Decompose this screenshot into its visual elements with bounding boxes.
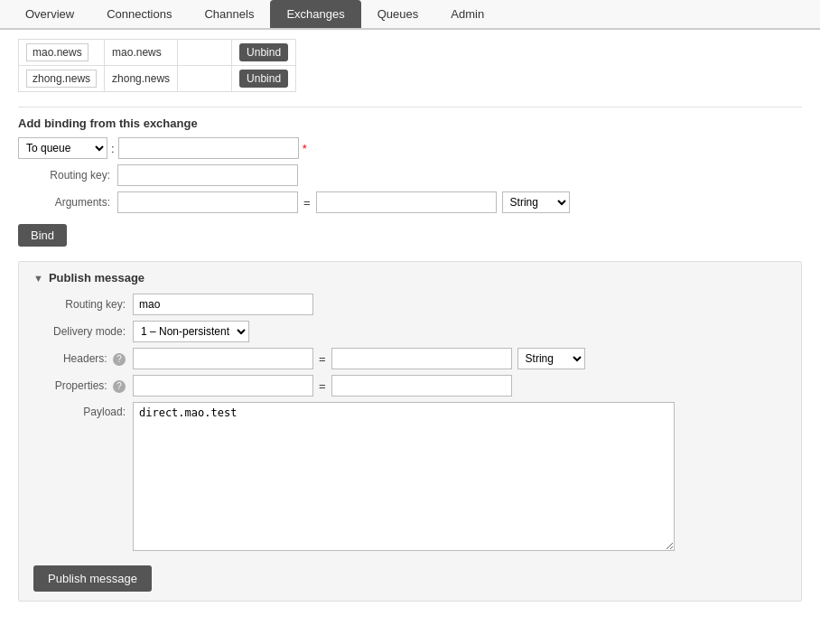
bind-button[interactable]: Bind <box>18 224 67 247</box>
headers-label: Headers: ? <box>33 352 133 366</box>
to-queue-select[interactable]: To queue To exchange <box>19 138 107 158</box>
properties-label: Properties: ? <box>33 379 133 393</box>
queue-cell-1: mao.news <box>19 40 105 66</box>
nav-item-connections[interactable]: Connections <box>90 0 188 28</box>
nav-item-exchanges[interactable]: Exchanges <box>270 0 360 28</box>
main-content: mao.news mao.news Unbind zhong.news zhon… <box>0 30 820 611</box>
arguments-equals: = <box>303 196 311 210</box>
required-indicator: * <box>303 142 307 155</box>
unbind-button-1[interactable]: Unbind <box>239 43 288 61</box>
nav-item-queues[interactable]: Queues <box>361 0 435 28</box>
publish-header: ▼ Publish message <box>33 271 787 285</box>
bindings-table: mao.news mao.news Unbind zhong.news zhon… <box>18 39 296 92</box>
headers-equals: = <box>319 352 326 366</box>
properties-row: Properties: ? = <box>33 375 787 397</box>
arguments-row: Arguments: = String Integer Boolean <box>18 191 802 213</box>
publish-message-button[interactable]: Publish message <box>33 565 152 592</box>
payload-label: Payload: <box>33 402 133 418</box>
delivery-mode-row: Delivery mode: 1 – Non-persistent 2 – Pe… <box>33 321 787 342</box>
payload-row: Payload: direct.mao.test <box>33 402 787 551</box>
delivery-mode-select[interactable]: 1 – Non-persistent 2 – Persistent <box>133 321 249 342</box>
headers-key-input[interactable] <box>133 348 313 369</box>
arguments-key-input[interactable] <box>117 191 298 213</box>
properties-equals: = <box>319 379 326 393</box>
routing-key-label: Routing key: <box>18 169 117 182</box>
unbind-button-2[interactable]: Unbind <box>239 70 288 88</box>
publish-routing-key-input[interactable] <box>133 294 313 315</box>
headers-type-select[interactable]: String Integer Boolean <box>517 348 585 369</box>
add-binding-title: Add binding from this exchange <box>18 107 802 130</box>
routing-key-cell-1 <box>178 40 232 66</box>
unbind-cell-2: Unbind <box>232 66 296 92</box>
properties-help-icon[interactable]: ? <box>113 380 126 393</box>
publish-routing-key-label: Routing key: <box>33 298 133 311</box>
table-row: zhong.news zhong.news Unbind <box>19 66 296 92</box>
routing-key-cell-2 <box>178 66 232 92</box>
routing-key-row: Routing key: <box>18 164 802 186</box>
publish-routing-key-row: Routing key: <box>33 294 787 315</box>
arguments-type-select[interactable]: String Integer Boolean <box>502 191 570 213</box>
routing-key-input[interactable] <box>117 164 298 186</box>
arguments-value-input[interactable] <box>316 191 497 213</box>
unbind-cell-1: Unbind <box>232 40 296 66</box>
add-binding-section: Add binding from this exchange To queue … <box>18 107 802 247</box>
destination-cell-1: mao.news <box>105 40 178 66</box>
queue-name-input[interactable] <box>118 137 299 159</box>
queue-cell-2: zhong.news <box>19 66 105 92</box>
nav-item-overview[interactable]: Overview <box>9 0 90 28</box>
to-queue-select-wrapper: To queue To exchange <box>18 137 107 159</box>
properties-key-input[interactable] <box>133 375 313 397</box>
to-queue-row: To queue To exchange : * <box>18 137 802 159</box>
colon-separator: : <box>111 142 115 155</box>
arguments-label: Arguments: <box>18 196 117 209</box>
payload-textarea[interactable]: direct.mao.test <box>133 402 675 551</box>
headers-row: Headers: ? = String Integer Boolean <box>33 348 787 369</box>
delivery-mode-label: Delivery mode: <box>33 325 133 338</box>
table-row: mao.news mao.news Unbind <box>19 40 296 66</box>
publish-title: Publish message <box>49 271 144 285</box>
headers-help-icon[interactable]: ? <box>113 353 126 366</box>
nav-item-channels[interactable]: Channels <box>188 0 270 28</box>
publish-message-section: ▼ Publish message Routing key: Delivery … <box>18 261 802 602</box>
collapse-icon[interactable]: ▼ <box>33 273 43 284</box>
headers-value-input[interactable] <box>331 348 512 369</box>
nav-bar: Overview Connections Channels Exchanges … <box>0 0 820 30</box>
destination-cell-2: zhong.news <box>105 66 178 92</box>
properties-value-input[interactable] <box>331 375 512 397</box>
nav-item-admin[interactable]: Admin <box>434 0 500 28</box>
